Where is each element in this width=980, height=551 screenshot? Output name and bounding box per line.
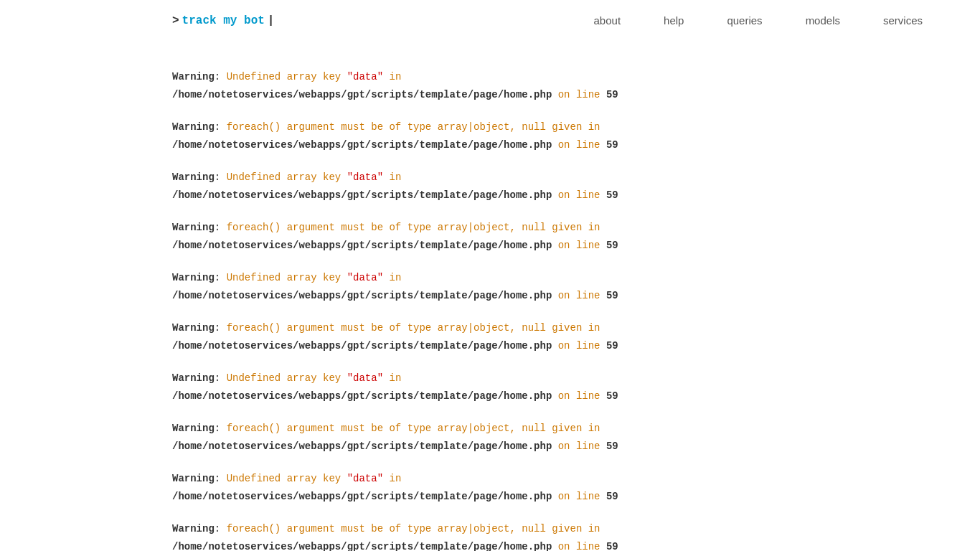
warning-block: Warning: Undefined array key "data" in/h…	[172, 471, 808, 504]
file-path: /home/notetoservices/webapps/gpt/scripts…	[172, 541, 552, 551]
cursor: |	[268, 14, 275, 27]
on-line: on line	[552, 240, 606, 251]
warning-block: Warning: Undefined array key "data" in/h…	[172, 70, 808, 103]
warning-block: Warning: Undefined array key "data" in/h…	[172, 170, 808, 203]
warning-label: Warning	[172, 473, 215, 484]
warning-line-2: /home/notetoservices/webapps/gpt/scripts…	[172, 88, 808, 103]
on-line: on line	[552, 390, 606, 402]
file-path: /home/notetoservices/webapps/gpt/scripts…	[172, 491, 552, 502]
warning-colon: :	[215, 272, 220, 283]
file-path: /home/notetoservices/webapps/gpt/scripts…	[172, 290, 552, 301]
file-path: /home/notetoservices/webapps/gpt/scripts…	[172, 441, 552, 452]
warning-colon: :	[215, 121, 220, 133]
warning-block: Warning: foreach() argument must be of t…	[172, 120, 808, 153]
warning-block: Warning: Undefined array key "data" in/h…	[172, 270, 808, 303]
on-line: on line	[552, 189, 606, 201]
warning-line-2: /home/notetoservices/webapps/gpt/scripts…	[172, 489, 808, 504]
warning-line-1: Warning: Undefined array key "data" in	[172, 170, 808, 185]
warning-message: Undefined array key "data" in	[220, 171, 401, 183]
warning-line-1: Warning: Undefined array key "data" in	[172, 371, 808, 386]
line-number: 59	[606, 189, 618, 201]
file-path: /home/notetoservices/webapps/gpt/scripts…	[172, 139, 552, 151]
warning-message: Undefined array key "data" in	[220, 71, 401, 83]
line-number: 59	[606, 240, 618, 251]
warning-line-2: /home/notetoservices/webapps/gpt/scripts…	[172, 439, 808, 454]
line-number: 59	[606, 491, 618, 502]
line-number: 59	[606, 89, 618, 100]
warning-colon: :	[215, 423, 220, 434]
file-path: /home/notetoservices/webapps/gpt/scripts…	[172, 340, 552, 352]
line-number: 59	[606, 340, 618, 352]
file-path: /home/notetoservices/webapps/gpt/scripts…	[172, 189, 552, 201]
warning-message: foreach() argument must be of type array…	[220, 222, 600, 233]
warning-message: Undefined array key "data" in	[220, 372, 401, 384]
warning-line-2: /home/notetoservices/webapps/gpt/scripts…	[172, 188, 808, 203]
warning-label: Warning	[172, 121, 215, 133]
warning-message: foreach() argument must be of type array…	[220, 523, 600, 534]
on-line: on line	[552, 441, 606, 452]
warning-line-1: Warning: foreach() argument must be of t…	[172, 421, 808, 436]
warning-line-1: Warning: foreach() argument must be of t…	[172, 321, 808, 336]
file-path: /home/notetoservices/webapps/gpt/scripts…	[172, 390, 552, 402]
main-content: Warning: Undefined array key "data" in/h…	[0, 41, 980, 551]
warning-message: foreach() argument must be of type array…	[220, 423, 600, 434]
warning-line-2: /home/notetoservices/webapps/gpt/scripts…	[172, 138, 808, 153]
warning-block: Warning: foreach() argument must be of t…	[172, 321, 808, 354]
on-line: on line	[552, 491, 606, 502]
warning-block: Warning: foreach() argument must be of t…	[172, 522, 808, 551]
warning-line-1: Warning: Undefined array key "data" in	[172, 270, 808, 286]
warning-label: Warning	[172, 372, 215, 384]
warning-label: Warning	[172, 423, 215, 434]
file-path: /home/notetoservices/webapps/gpt/scripts…	[172, 240, 552, 251]
main-nav: about help queries models services	[594, 14, 980, 27]
warning-colon: :	[215, 473, 220, 484]
on-line: on line	[552, 340, 606, 352]
nav-models[interactable]: models	[806, 14, 840, 27]
warning-line-1: Warning: foreach() argument must be of t…	[172, 220, 808, 235]
warning-colon: :	[215, 222, 220, 233]
on-line: on line	[552, 290, 606, 301]
warning-line-2: /home/notetoservices/webapps/gpt/scripts…	[172, 339, 808, 354]
warning-line-2: /home/notetoservices/webapps/gpt/scripts…	[172, 389, 808, 404]
warning-line-2: /home/notetoservices/webapps/gpt/scripts…	[172, 540, 808, 551]
warning-block: Warning: foreach() argument must be of t…	[172, 220, 808, 253]
warning-label: Warning	[172, 523, 215, 534]
line-number: 59	[606, 541, 618, 551]
nav-services[interactable]: services	[883, 14, 923, 27]
nav-about[interactable]: about	[594, 14, 621, 27]
nav-help[interactable]: help	[664, 14, 684, 27]
warning-label: Warning	[172, 71, 215, 83]
logo-arrow: >	[172, 14, 179, 27]
warning-label: Warning	[172, 222, 215, 233]
line-number: 59	[606, 441, 618, 452]
warning-line-1: Warning: foreach() argument must be of t…	[172, 120, 808, 135]
line-number: 59	[606, 290, 618, 301]
on-line: on line	[552, 541, 606, 551]
warning-message: foreach() argument must be of type array…	[220, 121, 600, 133]
warning-colon: :	[215, 523, 220, 534]
warning-label: Warning	[172, 171, 215, 183]
warning-label: Warning	[172, 322, 215, 334]
logo-link[interactable]: track my bot	[182, 14, 265, 27]
warning-block: Warning: foreach() argument must be of t…	[172, 421, 808, 454]
warning-message: Undefined array key "data" in	[220, 473, 401, 484]
warning-colon: :	[215, 372, 220, 384]
warning-colon: :	[215, 71, 220, 83]
line-number: 59	[606, 390, 618, 402]
on-line: on line	[552, 139, 606, 151]
warning-message: Undefined array key "data" in	[220, 272, 401, 283]
warning-line-1: Warning: Undefined array key "data" in	[172, 70, 808, 85]
warning-line-2: /home/notetoservices/webapps/gpt/scripts…	[172, 238, 808, 253]
nav-queries[interactable]: queries	[727, 14, 762, 27]
warning-block: Warning: Undefined array key "data" in/h…	[172, 371, 808, 404]
on-line: on line	[552, 89, 606, 100]
warning-colon: :	[215, 322, 220, 334]
warning-line-2: /home/notetoservices/webapps/gpt/scripts…	[172, 288, 808, 303]
file-path: /home/notetoservices/webapps/gpt/scripts…	[172, 89, 552, 100]
warning-line-1: Warning: Undefined array key "data" in	[172, 471, 808, 486]
line-number: 59	[606, 139, 618, 151]
warning-line-1: Warning: foreach() argument must be of t…	[172, 522, 808, 537]
warning-label: Warning	[172, 272, 215, 283]
site-header: > track my bot| about help queries model…	[0, 0, 980, 41]
logo-area: > track my bot|	[172, 14, 594, 27]
